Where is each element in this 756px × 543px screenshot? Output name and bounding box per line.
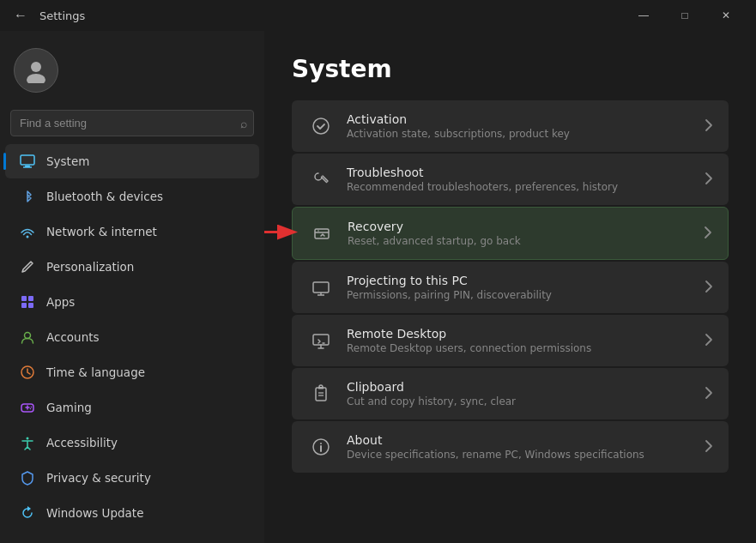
svg-point-20 — [318, 230, 319, 232]
about-settings-icon — [307, 433, 335, 461]
sidebar-item-system[interactable]: System — [5, 144, 259, 178]
projecting-settings-icon — [307, 274, 335, 301]
about-text: AboutDevice specifications, rename PC, W… — [347, 433, 694, 461]
accessibility-icon — [19, 434, 36, 451]
search-box: ⌕ — [10, 110, 254, 136]
troubleshoot-chevron-icon — [705, 172, 713, 188]
bluetooth-icon — [19, 188, 36, 205]
sidebar-item-accessibility[interactable]: Accessibility — [5, 425, 259, 460]
update-icon — [19, 504, 36, 522]
accounts-icon — [19, 329, 36, 346]
svg-point-0 — [31, 62, 41, 72]
settings-item-recovery[interactable]: RecoveryReset, advanced startup, go back — [292, 207, 729, 260]
settings-item-clipboard[interactable]: ClipboardCut and copy history, sync, cle… — [292, 368, 729, 419]
sidebar-item-update[interactable]: Windows Update — [5, 496, 259, 530]
minimize-button[interactable]: — — [624, 2, 663, 29]
sidebar-item-bluetooth[interactable]: Bluetooth & devices — [5, 179, 259, 214]
settings-item-projecting[interactable]: Projecting to this PCPermissions, pairin… — [292, 262, 729, 313]
restore-button[interactable]: □ — [665, 2, 705, 29]
system-icon — [19, 153, 36, 170]
sidebar-item-network[interactable]: Network & internet — [5, 214, 259, 249]
network-label: Network & internet — [46, 225, 157, 238]
accounts-label: Accounts — [46, 330, 100, 344]
gaming-label: Gaming — [46, 401, 92, 414]
svg-rect-9 — [28, 303, 33, 308]
projecting-chevron-icon — [705, 280, 713, 296]
activation-title: Activation — [347, 112, 694, 126]
remote-desktop-text: Remote DesktopRemote Desktop users, conn… — [347, 327, 694, 354]
app-body: ⌕ SystemBluetooth & devicesNetwork & int… — [0, 31, 756, 543]
svg-rect-24 — [313, 335, 329, 345]
recovery-description: Reset, advanced startup, go back — [348, 235, 693, 247]
about-chevron-icon — [705, 439, 713, 456]
clipboard-title: Clipboard — [347, 380, 694, 394]
gaming-icon — [19, 399, 36, 416]
back-button[interactable]: ← — [10, 5, 31, 26]
settings-item-remote-desktop[interactable]: Remote DesktopRemote Desktop users, conn… — [292, 315, 729, 366]
titlebar-controls: — □ ✕ — [624, 2, 746, 29]
update-label: Windows Update — [46, 506, 143, 520]
accessibility-label: Accessibility — [46, 436, 118, 449]
troubleshoot-settings-icon — [307, 166, 335, 193]
about-title: About — [347, 433, 694, 447]
sidebar-item-gaming[interactable]: Gaming — [5, 390, 259, 425]
svg-rect-7 — [28, 296, 33, 301]
remote-desktop-chevron-icon — [705, 333, 713, 349]
activation-chevron-icon — [705, 118, 713, 135]
settings-item-troubleshoot[interactable]: TroubleshootRecommended troubleshooters,… — [292, 154, 729, 205]
settings-item-activation[interactable]: ActivationActivation state, subscription… — [292, 100, 729, 152]
svg-point-16 — [30, 408, 32, 410]
recovery-settings-icon — [308, 220, 336, 247]
svg-rect-6 — [21, 296, 27, 301]
svg-point-10 — [25, 333, 31, 339]
svg-rect-25 — [316, 388, 326, 401]
page-title: System — [292, 55, 729, 83]
sidebar-item-personalization[interactable]: Personalization — [5, 250, 259, 284]
close-button[interactable]: ✕ — [706, 2, 746, 29]
clipboard-description: Cut and copy history, sync, clear — [347, 395, 694, 407]
sidebar-item-accounts[interactable]: Accounts — [5, 320, 259, 354]
clipboard-settings-icon — [307, 380, 335, 407]
projecting-text: Projecting to this PCPermissions, pairin… — [347, 274, 694, 301]
personalization-label: Personalization — [46, 260, 134, 274]
troubleshoot-description: Recommended troubleshooters, preferences… — [347, 181, 694, 193]
system-label: System — [46, 154, 89, 168]
network-icon — [19, 223, 36, 240]
svg-rect-19 — [315, 229, 329, 238]
user-section — [0, 38, 264, 106]
bluetooth-label: Bluetooth & devices — [46, 190, 163, 203]
troubleshoot-text: TroubleshootRecommended troubleshooters,… — [347, 166, 694, 193]
activation-text: ActivationActivation state, subscription… — [347, 112, 694, 140]
sidebar-nav: SystemBluetooth & devicesNetwork & inter… — [0, 143, 264, 531]
svg-rect-26 — [318, 387, 324, 389]
svg-point-31 — [320, 443, 322, 444]
remote-desktop-title: Remote Desktop — [347, 327, 694, 341]
clipboard-chevron-icon — [705, 386, 713, 402]
titlebar-left: ← Settings — [10, 5, 85, 26]
svg-point-17 — [27, 437, 29, 440]
sidebar-item-privacy[interactable]: Privacy & security — [5, 461, 259, 495]
clipboard-text: ClipboardCut and copy history, sync, cle… — [347, 380, 694, 407]
svg-rect-2 — [21, 155, 34, 165]
avatar — [14, 48, 58, 93]
remote-desktop-description: Remote Desktop users, connection permiss… — [347, 342, 694, 354]
svg-point-18 — [313, 118, 329, 134]
remote-desktop-settings-icon — [307, 327, 335, 354]
sidebar-item-time[interactable]: Time & language — [5, 355, 259, 389]
sidebar-item-apps[interactable]: Apps — [5, 285, 259, 319]
main-content: System ActivationActivation state, subsc… — [264, 31, 756, 543]
troubleshoot-title: Troubleshoot — [347, 166, 694, 179]
titlebar-title: Settings — [39, 9, 85, 22]
apps-label: Apps — [46, 295, 75, 309]
personalization-icon — [19, 258, 36, 275]
svg-rect-8 — [21, 303, 27, 308]
apps-icon — [19, 293, 36, 311]
recovery-title: Recovery — [348, 220, 693, 233]
activation-description: Activation state, subscriptions, product… — [347, 128, 694, 140]
time-label: Time & language — [46, 365, 145, 379]
projecting-description: Permissions, pairing PIN, discoverabilit… — [347, 289, 694, 301]
settings-item-about[interactable]: AboutDevice specifications, rename PC, W… — [292, 421, 729, 473]
search-input[interactable] — [10, 110, 254, 136]
time-icon — [19, 364, 36, 381]
recovery-text: RecoveryReset, advanced startup, go back — [348, 220, 693, 247]
